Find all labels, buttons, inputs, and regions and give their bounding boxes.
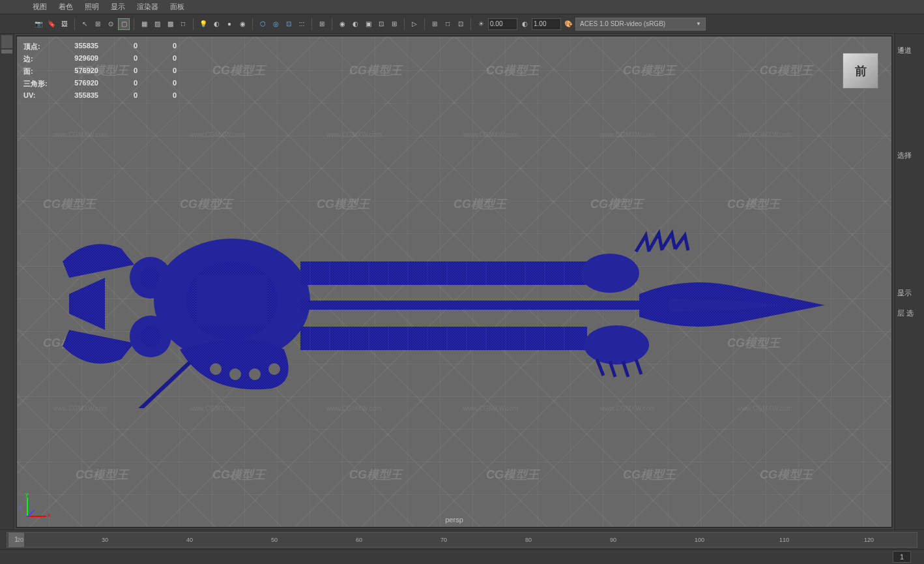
svg-rect-34 bbox=[300, 327, 587, 350]
camera-image-icon[interactable]: 🖼 bbox=[59, 18, 70, 30]
svg-point-15 bbox=[249, 368, 261, 380]
separator bbox=[332, 18, 332, 30]
tab-channel[interactable]: 通道 bbox=[895, 40, 924, 61]
ao-icon[interactable]: ● bbox=[224, 18, 235, 30]
tab-layers[interactable]: 层 选 bbox=[895, 303, 924, 323]
stat-verts: 顶点: 355835 0 0 bbox=[23, 42, 177, 52]
menu-view[interactable]: 视图 bbox=[33, 2, 47, 12]
svg-point-9 bbox=[140, 326, 161, 347]
motion-blur-icon[interactable]: ◉ bbox=[237, 18, 248, 30]
shadows-icon[interactable]: ◐ bbox=[210, 18, 222, 30]
menu-panels[interactable]: 面板 bbox=[170, 2, 184, 12]
wireframe-model bbox=[50, 200, 831, 408]
region-icon[interactable]: ⊡ bbox=[455, 18, 467, 30]
separator bbox=[424, 18, 425, 30]
bbox-icon[interactable]: □ bbox=[177, 18, 189, 30]
tab-select[interactable]: 选择 bbox=[895, 145, 924, 166]
textured-icon[interactable]: ▩ bbox=[164, 18, 176, 30]
svg-point-14 bbox=[229, 368, 241, 380]
svg-line-17 bbox=[134, 363, 190, 408]
heads-up-display-stats: 顶点: 355835 0 0 边: 929609 0 0 面: 576920 0… bbox=[23, 42, 177, 102]
status-bar: 1 bbox=[0, 549, 924, 564]
viewport-toolbar: 📷 🔖 🖼 ↖ ⊞ ⊙ ▢ ▦ ▨ ▩ □ 💡 ◐ ● ◉ ⬡ ◎ ⊡ ::: … bbox=[0, 14, 924, 34]
view-cube[interactable]: 前 bbox=[843, 53, 878, 89]
stat-faces: 面: 576920 0 0 bbox=[23, 67, 177, 76]
film-gate-icon[interactable]: ▣ bbox=[362, 18, 374, 30]
film-origin-icon[interactable]: □ bbox=[442, 18, 454, 30]
wireframe-icon[interactable]: ▦ bbox=[138, 18, 150, 30]
timeline[interactable]: 1 20 30 40 50 60 70 80 90 100 110 120 bbox=[0, 529, 924, 549]
separator bbox=[404, 18, 405, 30]
colorspace-icon[interactable]: 🎨 bbox=[562, 18, 574, 30]
safe-area-icon[interactable]: ⊞ bbox=[388, 18, 400, 30]
separator bbox=[252, 18, 253, 30]
gate-icon[interactable]: ::: bbox=[296, 18, 308, 30]
svg-point-33 bbox=[581, 254, 639, 293]
toolbox-item[interactable] bbox=[1, 35, 12, 48]
svg-rect-12 bbox=[196, 275, 268, 327]
camera-name-label: persp bbox=[445, 516, 463, 524]
gamma-input[interactable] bbox=[532, 18, 561, 30]
xray-icon[interactable]: ◎ bbox=[270, 18, 282, 30]
timeline-ruler[interactable]: 1 20 30 40 50 60 70 80 90 100 110 120 bbox=[7, 532, 917, 548]
grid-tool-icon[interactable]: ⊞ bbox=[92, 18, 104, 30]
isolate-icon[interactable]: ⬡ bbox=[257, 18, 268, 30]
viewport-menu-bar: 视图 着色 照明 显示 渲染器 面板 bbox=[0, 0, 924, 14]
exposure-icon[interactable]: ☀ bbox=[475, 18, 487, 30]
svg-point-13 bbox=[210, 363, 222, 375]
separator bbox=[134, 18, 134, 30]
camera-select-icon[interactable]: 📷 bbox=[33, 18, 44, 30]
stat-tris: 三角形: 576920 0 0 bbox=[23, 79, 177, 89]
separator bbox=[311, 18, 312, 30]
color-mgmt-icon[interactable]: ◐ bbox=[349, 18, 361, 30]
shaded-icon[interactable]: ▨ bbox=[151, 18, 163, 30]
menu-show[interactable]: 显示 bbox=[111, 2, 125, 12]
svg-rect-50 bbox=[300, 301, 639, 310]
texture-res-icon[interactable]: ◉ bbox=[336, 18, 348, 30]
lights-icon[interactable]: 💡 bbox=[197, 18, 209, 30]
menu-renderer[interactable]: 渲染器 bbox=[137, 2, 158, 12]
tab-display[interactable]: 显示 bbox=[895, 283, 924, 303]
gamma-icon[interactable]: ◐ bbox=[519, 18, 530, 30]
snap-tool-icon[interactable]: ⊙ bbox=[105, 18, 117, 30]
toolbox-item[interactable] bbox=[1, 50, 12, 53]
camera-bookmark-icon[interactable]: 🔖 bbox=[46, 18, 57, 30]
active-tool-icon[interactable]: ▢ bbox=[118, 18, 130, 30]
wireframe-shaded-icon[interactable]: ⊞ bbox=[316, 18, 328, 30]
left-toolbox bbox=[0, 34, 14, 529]
menu-shading[interactable]: 着色 bbox=[59, 2, 73, 12]
menu-lighting[interactable]: 照明 bbox=[85, 2, 99, 12]
stat-uvs: UV: 355835 0 0 bbox=[23, 91, 177, 99]
svg-point-49 bbox=[584, 325, 649, 364]
exposure-input[interactable] bbox=[488, 18, 517, 30]
svg-rect-18 bbox=[300, 261, 587, 285]
right-panel-tabs: 通道 选择 显示 层 选 bbox=[894, 34, 924, 529]
colorspace-dropdown[interactable]: ACES 1.0 SDR-video (sRGB) bbox=[575, 18, 706, 31]
separator bbox=[193, 18, 194, 30]
current-frame-field[interactable]: 1 bbox=[893, 551, 911, 563]
separator bbox=[74, 18, 75, 30]
separator bbox=[470, 18, 471, 30]
select-tool-icon[interactable]: ↖ bbox=[79, 18, 91, 30]
joint-xray-icon[interactable]: ⊡ bbox=[283, 18, 295, 30]
viewport-panel[interactable]: 顶点: 355835 0 0 边: 929609 0 0 面: 576920 0… bbox=[16, 35, 893, 528]
svg-point-16 bbox=[268, 363, 280, 375]
poly-count-icon[interactable]: ▷ bbox=[409, 18, 420, 30]
axis-gizmo: y x z bbox=[27, 484, 59, 517]
stat-edges: 边: 929609 0 0 bbox=[23, 54, 177, 64]
grid-toggle-icon[interactable]: ⊞ bbox=[429, 18, 440, 30]
res-gate-icon[interactable]: ⊡ bbox=[375, 18, 387, 30]
